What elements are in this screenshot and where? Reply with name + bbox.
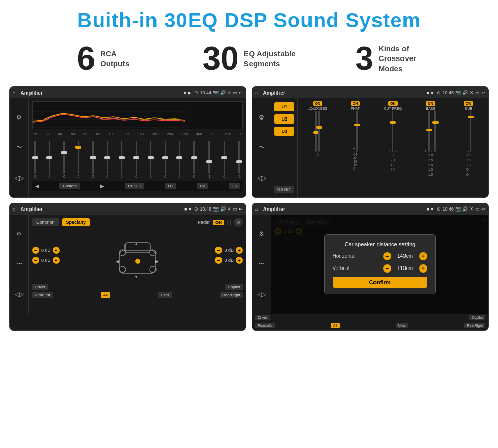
copilot-btn-4[interactable]: Copilot (469, 315, 485, 320)
eq-slider-8[interactable]: 0 (135, 141, 137, 178)
eq-slider-10[interactable]: 0 (164, 141, 166, 178)
eq-slider-6[interactable]: 0 (106, 141, 108, 178)
sub-scale: 20151050 (466, 153, 471, 177)
fader-on-toggle[interactable]: ON (213, 220, 224, 225)
eq-slider-5[interactable]: 0 (92, 141, 94, 178)
right-bottom-plus[interactable]: + (236, 257, 243, 264)
speaker-icon-4[interactable]: ◁▷ (256, 288, 268, 301)
eq-slider-4[interactable]: 5 (77, 141, 79, 178)
left-top-minus[interactable]: − (32, 247, 39, 254)
eq-slider-12[interactable]: 0 (193, 141, 195, 178)
vertical-plus-btn[interactable]: + (419, 264, 427, 273)
signal-icon-3: ✕ (227, 206, 231, 212)
wave-icon-3[interactable]: 〜 (13, 258, 25, 270)
bass-on[interactable]: ON (426, 101, 435, 106)
wave-icon[interactable]: 〜 (13, 141, 25, 154)
eq-slider-1[interactable]: 0 (34, 141, 36, 178)
home-icon-2[interactable]: ⌂ (255, 90, 258, 95)
eq-icon-3[interactable]: ⚙ (13, 228, 25, 240)
sub-on[interactable]: ON (464, 101, 474, 106)
bass-slider-f[interactable] (428, 111, 430, 152)
loudness-on[interactable]: ON (313, 101, 323, 106)
speaker-icon[interactable]: ◁▷ (13, 172, 25, 184)
eq-slider-11[interactable]: 0 (179, 141, 181, 178)
settings-btn[interactable]: ⚙ (234, 218, 243, 227)
screen-amp-body: ⚙ 〜 ◁▷ U1 U2 U3 RESET ON LOUDNESS (252, 98, 488, 197)
loudness-slider-2[interactable] (318, 111, 320, 152)
user-btn[interactable]: User (158, 292, 172, 298)
eq-slider-14[interactable]: 0 (223, 141, 225, 178)
wave-icon-4[interactable]: 〜 (256, 258, 268, 270)
horizontal-minus-btn[interactable]: − (383, 252, 391, 260)
eq-slider-2[interactable]: 0 (48, 141, 50, 178)
speaker-icon-2[interactable]: ◁▷ (256, 172, 268, 184)
all-btn-4[interactable]: All (331, 323, 340, 328)
user-btn-4[interactable]: User (396, 323, 409, 328)
eq-slider-3[interactable]: 0 (63, 141, 65, 178)
bass-slider-g[interactable] (434, 111, 436, 152)
battery-icon-2: ▭ (475, 90, 480, 95)
driver-btn-4[interactable]: Driver (255, 315, 270, 320)
right-top-plus[interactable]: + (236, 247, 243, 254)
eq-slider-7[interactable]: 0 (121, 141, 123, 178)
more-icon[interactable]: » (240, 132, 242, 136)
sub-slider[interactable] (470, 111, 471, 152)
reset-btn[interactable]: RESET (125, 183, 145, 189)
u3-btn[interactable]: U3 (229, 183, 240, 189)
phat-slider[interactable] (356, 111, 358, 152)
tab-specialty[interactable]: Specialty (62, 218, 90, 226)
wave-icon-2[interactable]: 〜 (256, 141, 268, 154)
reset-button-amp[interactable]: RESET (274, 186, 294, 193)
home-icon-4[interactable]: ⌂ (255, 206, 258, 212)
screen-eq: ⌂ Amplifier ● ▶ ⊙ 10:44 📷 🔊 ✕ ▭ ↩ ⚙ 〜 ◁▷ (9, 86, 246, 198)
left-top-plus[interactable]: + (53, 247, 60, 254)
eq-icon-4[interactable]: ⚙ (256, 228, 268, 240)
prev-arrow[interactable]: ◀ (35, 183, 39, 189)
all-btn[interactable]: All (101, 292, 110, 298)
u3-button[interactable]: U3 (274, 127, 294, 136)
freq-250: 250 (167, 132, 173, 136)
back-icon-2[interactable]: ↩ (481, 90, 485, 95)
cutfreq-on[interactable]: ON (388, 101, 398, 106)
volume-icon-2: 🔊 (462, 90, 468, 95)
right-bottom-minus[interactable]: − (215, 257, 222, 264)
eq-slider-15[interactable]: -1 (238, 141, 241, 178)
eq-slider-9[interactable]: 0 (150, 141, 152, 178)
confirm-button[interactable]: Confirm (333, 277, 427, 288)
back-icon-3[interactable]: ↩ (239, 206, 243, 212)
eq-track-5 (92, 141, 94, 174)
custom-btn[interactable]: Custom (59, 183, 80, 189)
rearright-btn[interactable]: RearRight (220, 292, 243, 298)
eq-icon-2[interactable]: ⚙ (256, 111, 268, 124)
left-bottom-plus[interactable]: + (53, 257, 60, 264)
next-arrow[interactable]: ▶ (100, 183, 104, 189)
u1-btn[interactable]: U1 (165, 183, 176, 189)
screen-dialog-sidebar: ⚙ 〜 ◁▷ (252, 215, 271, 314)
u1-button[interactable]: U1 (274, 102, 294, 111)
vertical-minus-btn[interactable]: − (383, 264, 391, 273)
phat-on[interactable]: ON (351, 101, 360, 106)
copilot-btn[interactable]: Copilot (225, 284, 243, 290)
horizontal-plus-btn[interactable]: + (419, 252, 427, 260)
home-icon[interactable]: ⌂ (13, 90, 15, 95)
cutfreq-slider[interactable] (392, 111, 393, 152)
eq-track-15 (238, 141, 240, 174)
speaker-icon-3[interactable]: ◁▷ (13, 288, 25, 301)
back-icon-4[interactable]: ↩ (481, 206, 485, 212)
rearleft-btn[interactable]: RearLeft (32, 292, 53, 298)
rearright-btn-4[interactable]: RearRight (464, 323, 485, 328)
right-arrow: ▶ (155, 259, 159, 264)
loudness-slider-1[interactable] (315, 111, 317, 152)
tab-common[interactable]: Common (32, 218, 59, 226)
home-icon-3[interactable]: ⌂ (13, 206, 15, 212)
eq-slider-13[interactable]: -1 (207, 141, 210, 178)
u2-btn[interactable]: U2 (197, 183, 208, 189)
driver-btn[interactable]: Driver (32, 284, 48, 290)
eq-icon[interactable]: ⚙ (13, 111, 25, 124)
u2-button[interactable]: U2 (274, 114, 294, 124)
rearleft-btn-4[interactable]: RearLeft. (255, 323, 275, 328)
eq-val-10: 0 (164, 175, 166, 178)
right-top-minus[interactable]: − (215, 247, 222, 254)
back-icon[interactable]: ↩ (239, 90, 243, 95)
left-bottom-minus[interactable]: − (32, 257, 39, 264)
